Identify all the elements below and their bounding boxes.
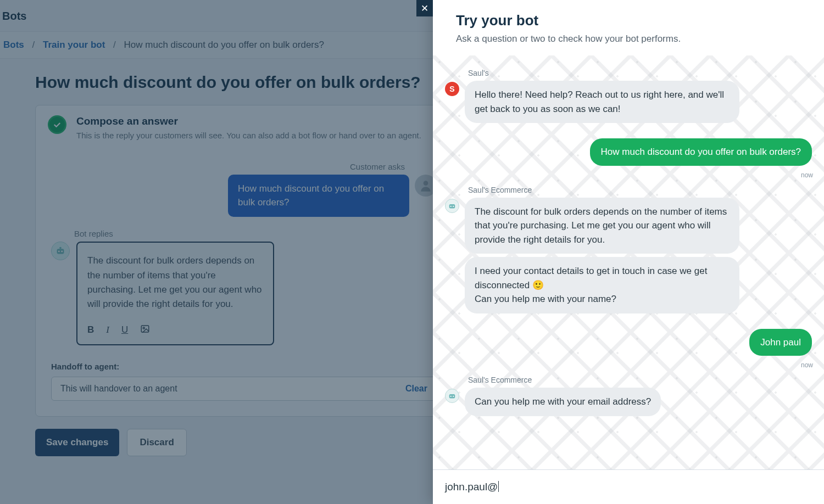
chat-input[interactable]: john.paul@	[433, 469, 824, 504]
compose-heading: Compose an answer	[76, 115, 421, 127]
breadcrumb-sep: /	[32, 40, 35, 50]
svg-point-6	[143, 327, 144, 329]
breadcrumb-parent[interactable]: Train your bot	[43, 40, 105, 50]
handoff-input[interactable]: This will handover to an agent Clear	[51, 377, 437, 401]
save-button[interactable]: Save changes	[35, 429, 119, 456]
bot-message: Hello there! Need help? Reach out to us …	[465, 81, 739, 123]
bot-avatar-icon	[445, 199, 459, 213]
svg-rect-10	[449, 394, 455, 399]
svg-rect-4	[59, 247, 62, 249]
chat-input-value: john.paul@	[445, 481, 499, 492]
bot-message: The discount for bulk orders depends on …	[465, 198, 739, 254]
svg-point-12	[453, 396, 454, 397]
svg-point-3	[61, 251, 63, 253]
bold-icon[interactable]: B	[87, 324, 94, 335]
try-bot-panel: ✕ Try your bot Ask a question or two to …	[433, 0, 824, 504]
page-title: How much discount do you offer on bulk o…	[35, 73, 453, 92]
user-message: How much discount do you offer on bulk o…	[590, 138, 812, 166]
svg-rect-7	[449, 204, 455, 209]
svg-point-11	[450, 396, 452, 397]
sender-label: Saul's	[468, 69, 812, 77]
bot-reply-editor[interactable]: The discount for bulk orders depends on …	[76, 242, 274, 345]
bot-reply-text[interactable]: The discount for bulk orders depends on …	[87, 254, 263, 311]
svg-point-8	[450, 205, 452, 206]
check-icon	[48, 115, 66, 134]
svg-rect-5	[141, 326, 149, 332]
close-icon[interactable]: ✕	[416, 0, 433, 16]
bot-message: I need your contact details to get in to…	[465, 257, 739, 313]
compose-subtext: This is the reply your customers will se…	[76, 131, 421, 140]
svg-rect-1	[57, 249, 64, 254]
svg-point-0	[424, 181, 428, 186]
underline-icon[interactable]: U	[121, 324, 128, 335]
handoff-value: This will handover to an agent	[60, 384, 177, 394]
user-message: John paul	[749, 329, 812, 356]
panel-subtitle: Ask a question or two to check how your …	[456, 33, 801, 44]
customer-question-bubble: How much discount do you offer on bulk o…	[228, 175, 409, 217]
sender-label: Saul's Ecommerce	[468, 186, 812, 194]
svg-point-9	[453, 205, 454, 206]
handoff-label: Handoff to agent:	[51, 362, 437, 371]
sender-avatar: S	[445, 82, 459, 96]
bot-avatar-icon	[51, 242, 70, 260]
panel-title: Try your bot	[456, 12, 801, 29]
breadcrumb-current: How much discount do you offer on bulk o…	[124, 40, 324, 50]
handoff-clear-link[interactable]: Clear	[405, 384, 427, 394]
bot-avatar-icon	[445, 389, 459, 403]
timestamp: now	[801, 171, 813, 179]
italic-icon[interactable]: I	[106, 324, 109, 335]
bot-replies-label: Bot replies	[74, 229, 437, 238]
discard-button[interactable]: Discard	[127, 429, 186, 456]
compose-card: Compose an answer This is the reply your…	[35, 105, 453, 417]
image-icon[interactable]	[140, 324, 150, 337]
breadcrumb-sep: /	[113, 40, 116, 50]
sender-label: Saul's Ecommerce	[468, 376, 812, 384]
bot-message: Can you help me with your email address?	[465, 388, 661, 416]
svg-point-2	[58, 251, 60, 253]
customer-asks-label: Customer asks	[51, 162, 405, 171]
breadcrumb-root[interactable]: Bots	[3, 40, 24, 50]
timestamp: now	[801, 361, 813, 369]
